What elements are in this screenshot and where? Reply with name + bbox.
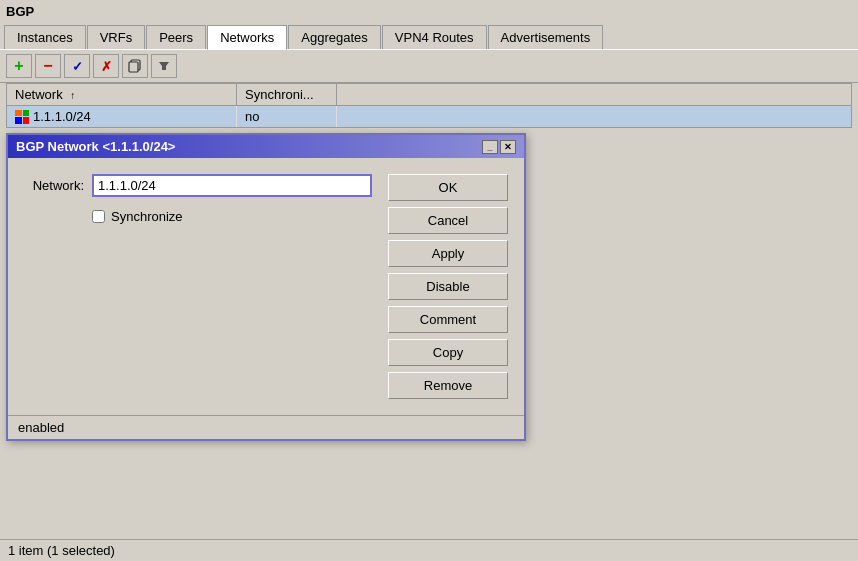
network-input[interactable] bbox=[92, 174, 372, 197]
dialog-footer: enabled bbox=[8, 415, 524, 439]
toolbar: + − ✓ ✗ bbox=[0, 49, 858, 83]
tab-aggregates[interactable]: Aggregates bbox=[288, 25, 381, 49]
cell-network: 1.1.1.0/24 bbox=[7, 106, 237, 127]
dialog-close-button[interactable]: ✕ bbox=[500, 140, 516, 154]
check-button[interactable]: ✓ bbox=[64, 54, 90, 78]
apply-button[interactable]: Apply bbox=[388, 240, 508, 267]
dialog-minimize-button[interactable]: _ bbox=[482, 140, 498, 154]
col-header-sync[interactable]: Synchroni... bbox=[237, 84, 337, 105]
col-header-network[interactable]: Network ↑ bbox=[7, 84, 237, 105]
remove-button[interactable]: Remove bbox=[388, 372, 508, 399]
content-area: Network ↑ Synchroni... 1.1.1.0/24 bbox=[0, 83, 858, 561]
sync-checkbox[interactable] bbox=[92, 210, 105, 223]
dialog-body: Network: Synchronize OK Cancel Apply Dis… bbox=[8, 158, 524, 415]
tab-vrfs[interactable]: VRFs bbox=[87, 25, 146, 49]
cell-sync: no bbox=[237, 106, 337, 127]
status-bar: 1 item (1 selected) bbox=[0, 539, 858, 561]
tab-peers[interactable]: Peers bbox=[146, 25, 206, 49]
ok-button[interactable]: OK bbox=[388, 174, 508, 201]
dialog: BGP Network <1.1.1.0/24> _ ✕ Network: S bbox=[6, 133, 526, 441]
dialog-status: enabled bbox=[18, 420, 64, 435]
comment-button[interactable]: Comment bbox=[388, 306, 508, 333]
table-row[interactable]: 1.1.1.0/24 no bbox=[7, 106, 851, 127]
sort-icon: ↑ bbox=[70, 90, 75, 101]
window-title: BGP bbox=[6, 4, 34, 19]
dialog-form: Network: Synchronize bbox=[24, 174, 372, 399]
network-field-row: Network: bbox=[24, 174, 372, 197]
svg-rect-1 bbox=[129, 62, 138, 72]
svg-marker-2 bbox=[159, 62, 169, 70]
network-icon bbox=[15, 110, 29, 124]
disable-button[interactable]: Disable bbox=[388, 273, 508, 300]
dialog-title-bar: BGP Network <1.1.1.0/24> _ ✕ bbox=[8, 135, 524, 158]
networks-table: Network ↑ Synchroni... 1.1.1.0/24 bbox=[6, 83, 852, 128]
status-text: 1 item (1 selected) bbox=[8, 543, 115, 558]
main-window: BGP Instances VRFs Peers Networks Aggreg… bbox=[0, 0, 858, 561]
filter-button[interactable] bbox=[151, 54, 177, 78]
tab-networks[interactable]: Networks bbox=[207, 25, 287, 50]
dialog-controls: _ ✕ bbox=[482, 140, 516, 154]
copy-button[interactable]: Copy bbox=[388, 339, 508, 366]
tab-instances[interactable]: Instances bbox=[4, 25, 86, 49]
tab-advertisements[interactable]: Advertisements bbox=[488, 25, 604, 49]
dialog-title-text: BGP Network <1.1.1.0/24> bbox=[16, 139, 175, 154]
table-header: Network ↑ Synchroni... bbox=[7, 84, 851, 106]
sync-label: Synchronize bbox=[111, 209, 183, 224]
title-bar: BGP bbox=[0, 0, 858, 23]
add-button[interactable]: + bbox=[6, 54, 32, 78]
dialog-buttons: OK Cancel Apply Disable Comment Copy Rem… bbox=[388, 174, 508, 399]
copy-toolbar-button[interactable] bbox=[122, 54, 148, 78]
network-label: Network: bbox=[24, 178, 84, 193]
tabs-bar: Instances VRFs Peers Networks Aggregates… bbox=[0, 23, 858, 49]
sync-checkbox-row: Synchronize bbox=[92, 209, 372, 224]
remove-toolbar-button[interactable]: − bbox=[35, 54, 61, 78]
tab-vpn4-routes[interactable]: VPN4 Routes bbox=[382, 25, 487, 49]
cancel-button[interactable]: Cancel bbox=[388, 207, 508, 234]
cancel-toolbar-button[interactable]: ✗ bbox=[93, 54, 119, 78]
